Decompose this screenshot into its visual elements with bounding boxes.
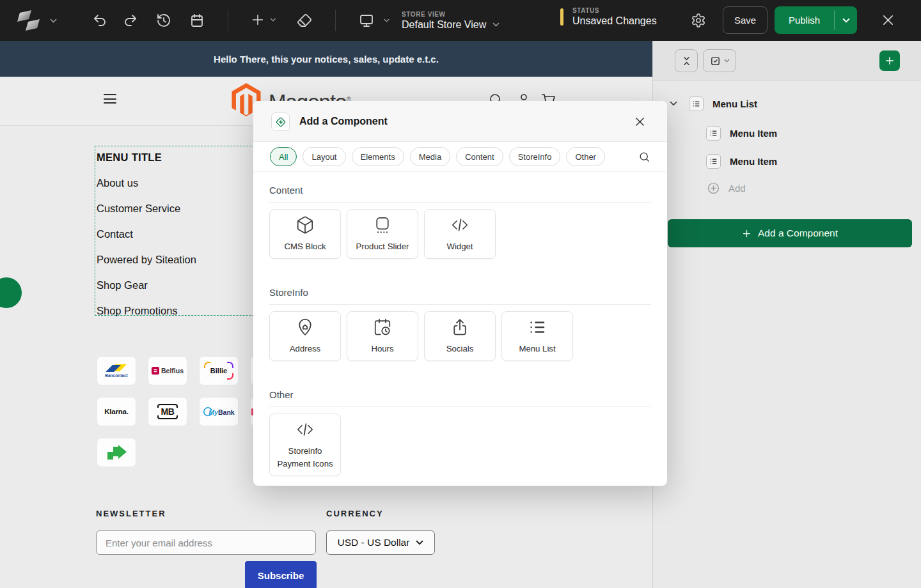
currency-value: USD - US Dollar <box>338 537 410 548</box>
filter-chip-elements[interactable]: Elements <box>352 147 404 166</box>
cube-icon <box>295 215 315 235</box>
plus-icon <box>885 56 895 66</box>
device-preview-button[interactable] <box>358 6 390 35</box>
component-filters: All Layout Elements Media Content StoreI… <box>253 142 667 172</box>
payment-logo-billie: Billie <box>200 357 238 385</box>
settings-button[interactable] <box>691 13 706 28</box>
add-component-modal: Add a Component All Layout Elements Medi… <box>253 101 667 486</box>
add-component-label: Add a Component <box>758 228 838 239</box>
share-icon <box>450 318 469 337</box>
modal-body: Content CMS Block Product Slider Widget … <box>253 172 667 486</box>
map-pin-icon <box>295 318 315 337</box>
add-element-button[interactable] <box>251 13 276 27</box>
history-button[interactable] <box>156 13 171 28</box>
app-logo-icon <box>14 8 43 33</box>
monitor-icon <box>358 13 375 28</box>
component-cards-storeinfo: Address Hours Socials Menu List <box>269 311 651 361</box>
calendar-icon <box>189 13 205 28</box>
component-card-cms-block[interactable]: CMS Block <box>269 209 341 259</box>
filter-chip-all[interactable]: All <box>270 147 297 166</box>
editor-toolbar: STORE VIEW Default Store View STATUS Uns… <box>0 0 921 41</box>
component-search-button[interactable] <box>638 151 650 163</box>
add-component-button[interactable]: Add a Component <box>668 219 912 247</box>
collapse-all-button[interactable] <box>675 49 698 72</box>
select-mode-button[interactable] <box>703 49 736 72</box>
modal-header: Add a Component <box>253 101 667 142</box>
payment-logo-belfius: Belfius <box>148 357 187 385</box>
publish-split-button[interactable]: Publish <box>775 6 857 34</box>
filter-chip-storeinfo[interactable]: StoreInfo <box>509 147 561 166</box>
toolbar-divider <box>335 10 336 31</box>
calendar-button[interactable] <box>189 13 205 28</box>
checkbox-icon <box>710 56 721 66</box>
payment-label: Bancontact <box>105 373 127 378</box>
edit-handle-button[interactable] <box>0 277 22 308</box>
code-icon <box>295 420 315 439</box>
payment-label: Belfius <box>161 367 184 375</box>
status-color-bar <box>560 8 563 26</box>
component-card-label: Socials <box>444 343 476 355</box>
component-card-label: Address <box>287 343 323 355</box>
chevron-down-icon <box>416 540 423 545</box>
multibanco-bracket-icon <box>156 403 179 421</box>
component-card-menu-list[interactable]: Menu List <box>501 311 573 361</box>
sidebar-add-button[interactable] <box>879 50 900 71</box>
section-heading: Content <box>269 185 651 196</box>
subscribe-button[interactable]: Subscribe <box>245 561 317 588</box>
tree-add-label: Add <box>728 183 746 194</box>
component-card-storeinfo-payment-icons[interactable]: Storeinfo Payment Icons <box>269 414 341 476</box>
currency-select[interactable]: USD - US Dollar <box>326 530 435 555</box>
billie-corner <box>204 362 210 368</box>
tree-add-item-button[interactable]: Add <box>707 179 746 197</box>
code-icon <box>450 215 469 235</box>
undo-button[interactable] <box>92 13 107 28</box>
eraser-icon <box>297 13 312 28</box>
tree-node-menu-item[interactable]: Menu Item <box>706 124 777 142</box>
payment-logo-multibanco: MB <box>148 398 187 426</box>
tree-node-label: Menu Item <box>730 128 777 139</box>
close-editor-button[interactable] <box>881 13 895 27</box>
store-view-switcher[interactable]: STORE VIEW Default Store View <box>402 6 500 35</box>
gear-icon <box>691 13 706 28</box>
component-card-socials[interactable]: Socials <box>424 311 496 361</box>
payment-logo-bancontact: Bancontact <box>97 357 136 385</box>
component-card-label: Hours <box>368 343 396 355</box>
filter-chip-other[interactable]: Other <box>566 147 605 166</box>
chevron-down-icon <box>724 59 730 63</box>
chevron-down-icon[interactable] <box>670 101 677 106</box>
component-card-widget[interactable]: Widget <box>424 209 496 259</box>
publish-button[interactable]: Publish <box>775 6 834 34</box>
store-view-value: Default Store View <box>402 19 486 31</box>
chevron-down-icon <box>384 19 390 22</box>
payment-label: Billie <box>210 367 227 375</box>
modal-close-button[interactable] <box>634 114 649 129</box>
filter-chip-layout[interactable]: Layout <box>303 147 345 166</box>
belfius-icon <box>152 367 159 375</box>
newsletter-email-input[interactable] <box>96 530 316 555</box>
tree-node-menu-list[interactable]: Menu List <box>670 95 757 112</box>
chevron-down-icon <box>492 22 500 27</box>
status-label: STATUS <box>572 7 657 14</box>
app-logo-menu[interactable] <box>14 8 57 33</box>
eraser-button[interactable] <box>297 13 312 28</box>
component-card-product-slider[interactable]: Product Slider <box>347 209 418 259</box>
billie-corner <box>227 362 233 368</box>
tree-node-menu-item[interactable]: Menu Item <box>706 152 777 170</box>
component-badge <box>271 112 290 131</box>
component-card-hours[interactable]: Hours <box>347 311 418 361</box>
list-icon <box>689 97 704 111</box>
undo-icon <box>92 13 107 28</box>
publish-options-button[interactable] <box>835 6 857 34</box>
filter-chip-media[interactable]: Media <box>410 147 450 166</box>
component-card-address[interactable]: Address <box>269 311 341 361</box>
component-cards-other: Storeinfo Payment Icons <box>269 414 651 476</box>
chevron-down-icon <box>270 18 276 22</box>
redo-button[interactable] <box>123 13 138 28</box>
notice-bar: Hello There, this your notices, sales, u… <box>0 41 652 77</box>
diamond-plus-icon <box>275 116 287 128</box>
green-arrow-icon <box>104 444 129 461</box>
save-button[interactable]: Save <box>723 6 767 34</box>
tree-node-label: Menu List <box>712 98 757 109</box>
filter-chip-content[interactable]: Content <box>456 147 503 166</box>
modal-title: Add a Component <box>299 101 388 142</box>
